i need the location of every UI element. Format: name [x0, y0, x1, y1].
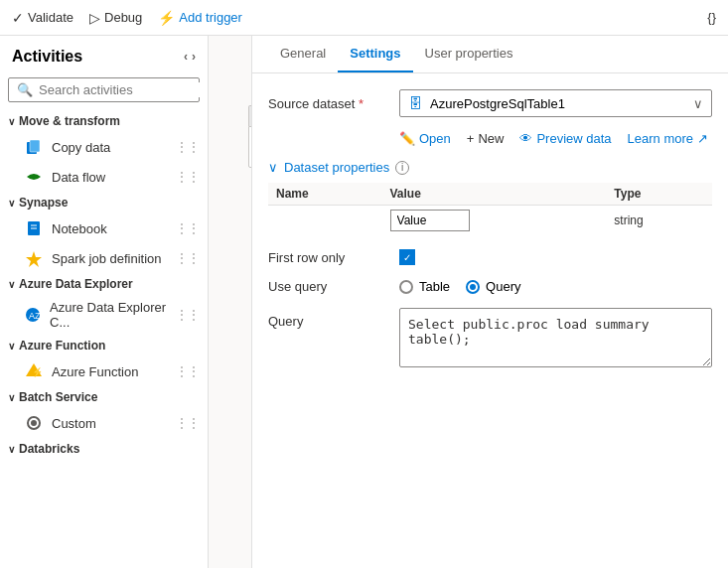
toolbar: ✓ Validate ▷ Debug ⚡ Add trigger {} — [0, 0, 728, 36]
sidebar-item-data-flow[interactable]: Data flow ⋮⋮ — [0, 162, 208, 192]
chevron-down-icon: ∨ — [8, 341, 15, 352]
debug-button[interactable]: ▷ Debug — [89, 10, 142, 26]
copy-data-icon — [24, 137, 44, 157]
section-synapse[interactable]: ∨ Synapse — [0, 192, 208, 213]
svg-text:AZ: AZ — [29, 311, 41, 321]
source-dataset-row: Source dataset * 🗄 AzurePostgreSqlTable1… — [268, 89, 712, 117]
use-query-label: Use query — [268, 279, 387, 294]
radio-table[interactable]: Table — [399, 279, 450, 294]
collapse-icon[interactable]: ‹ — [184, 50, 188, 64]
add-trigger-button[interactable]: ⚡ Add trigger — [158, 10, 242, 26]
expand-icon[interactable]: › — [192, 50, 196, 64]
source-dataset-label: Source dataset * — [268, 96, 387, 111]
copy-data-node[interactable]: Copy data Copy CSV — [248, 105, 251, 168]
first-row-only-label: First row only — [268, 250, 387, 265]
sidebar-item-notebook[interactable]: Notebook ⋮⋮ — [0, 213, 208, 243]
type-cell: string — [606, 206, 712, 236]
code-button[interactable]: {} — [707, 10, 716, 25]
value-input[interactable] — [390, 210, 470, 231]
first-row-only-row: First row only ✓ — [268, 249, 712, 265]
chevron-down-icon: ∨ — [268, 160, 278, 175]
sidebar-item-custom[interactable]: Custom ⋮⋮ — [0, 408, 208, 438]
sidebar: Activities ‹ › 🔍 ∨ Move & transform Copy… — [0, 36, 209, 568]
learn-more-button[interactable]: Learn more ↗ — [628, 131, 708, 146]
sidebar-item-copy-data[interactable]: Copy data ⋮⋮ — [0, 132, 208, 162]
radio-table-circle — [399, 280, 413, 294]
copy-data-title: Copy data — [248, 105, 251, 126]
db-icon: 🗄 — [408, 95, 422, 111]
chevron-down-icon: ∨ — [8, 198, 15, 209]
chevron-down-icon: ∨ — [8, 392, 15, 403]
dataset-properties-header[interactable]: ∨ Dataset properties i — [268, 160, 712, 175]
pipeline-canvas: Copy data Copy CSV — [238, 66, 251, 568]
required-indicator: * — [359, 96, 364, 111]
copy-data-body: Copy CSV — [248, 126, 251, 168]
trigger-icon: ⚡ — [158, 10, 175, 26]
sidebar-controls: ‹ › — [184, 50, 196, 64]
tab-general[interactable]: General — [268, 36, 338, 72]
svg-rect-1 — [30, 140, 40, 152]
radio-query-circle — [466, 280, 480, 294]
col-value: Value — [382, 183, 607, 206]
source-dataset-dropdown[interactable]: 🗄 AzurePostgreSqlTable1 ∨ — [399, 89, 712, 117]
panel-content: Source dataset * 🗄 AzurePostgreSqlTable1… — [252, 73, 728, 568]
data-flow-icon — [24, 167, 44, 187]
radio-group: Table Query — [399, 279, 520, 294]
drag-handle-icon: ⋮⋮ — [176, 416, 200, 430]
tab-settings[interactable]: Settings — [338, 36, 412, 72]
col-name: Name — [268, 183, 382, 206]
dataset-properties-section: ∨ Dataset properties i Name Value Type — [268, 160, 712, 235]
first-row-only-checkbox[interactable]: ✓ — [399, 249, 415, 265]
chevron-down-icon: ∨ — [8, 444, 15, 455]
azure-de-icon: AZ — [24, 305, 42, 325]
chevron-down-icon: ∨ — [693, 96, 703, 111]
section-azure-function[interactable]: ∨ Azure Function — [0, 335, 208, 356]
plus-icon: + — [467, 131, 475, 146]
sidebar-item-azure-de[interactable]: AZ Azure Data Explorer C... ⋮⋮ — [0, 295, 208, 335]
edit-icon: ✏️ — [399, 131, 415, 146]
info-icon[interactable]: i — [395, 161, 409, 175]
col-type: Type — [606, 183, 712, 206]
right-panel: General Settings User properties Source … — [251, 36, 728, 568]
svg-text:⚡: ⚡ — [32, 366, 43, 378]
drag-handle-icon: ⋮⋮ — [176, 140, 200, 154]
drag-handle-icon: ⋮⋮ — [176, 170, 200, 184]
custom-icon — [24, 413, 44, 433]
spark-icon — [24, 248, 44, 268]
chevron-down-icon: ∨ — [8, 279, 15, 290]
external-link-icon: ↗ — [697, 131, 708, 146]
debug-icon: ▷ — [89, 10, 100, 26]
sidebar-item-azure-function[interactable]: ⚡ Azure Function ⋮⋮ — [0, 356, 208, 386]
open-button[interactable]: ✏️ Open — [399, 131, 451, 146]
chevron-down-icon: ∨ — [8, 116, 15, 127]
panel-tabs: General Settings User properties — [252, 36, 728, 73]
properties-table: Name Value Type string — [268, 183, 712, 235]
drag-handle-icon: ⋮⋮ — [176, 364, 200, 378]
validate-icon: ✓ — [12, 10, 24, 26]
table-row: string — [268, 206, 712, 236]
section-batch-service[interactable]: ∨ Batch Service — [0, 386, 208, 408]
validate-button[interactable]: ✓ Validate — [12, 10, 73, 26]
notebook-icon — [24, 218, 44, 238]
drag-handle-icon: ⋮⋮ — [176, 251, 200, 265]
search-box[interactable]: 🔍 — [8, 77, 200, 102]
tab-user-properties[interactable]: User properties — [413, 36, 525, 72]
main-area: Activities ‹ › 🔍 ∨ Move & transform Copy… — [0, 36, 728, 568]
section-azure-data-explorer[interactable]: ∨ Azure Data Explorer — [0, 273, 208, 295]
svg-point-11 — [31, 420, 37, 426]
canvas-area: Copy data Copy CSV — [209, 36, 251, 568]
radio-query[interactable]: Query — [466, 279, 520, 294]
drag-handle-icon: ⋮⋮ — [176, 308, 200, 322]
preview-button[interactable]: 👁 Preview data — [519, 131, 611, 146]
new-button[interactable]: + New — [467, 131, 505, 146]
search-icon: 🔍 — [17, 82, 33, 97]
query-label: Query — [268, 308, 387, 329]
section-move-transform[interactable]: ∨ Move & transform — [0, 110, 208, 132]
search-input[interactable] — [39, 82, 206, 97]
query-textarea[interactable]: Select public.proc load summary table(); — [399, 308, 712, 367]
section-databricks[interactable]: ∨ Databricks — [0, 438, 208, 460]
sidebar-title: Activities ‹ › — [0, 36, 208, 73]
azure-function-icon: ⚡ — [24, 361, 44, 381]
sidebar-item-spark-job[interactable]: Spark job definition ⋮⋮ — [0, 243, 208, 273]
query-row: Query Select public.proc load summary ta… — [268, 308, 712, 367]
